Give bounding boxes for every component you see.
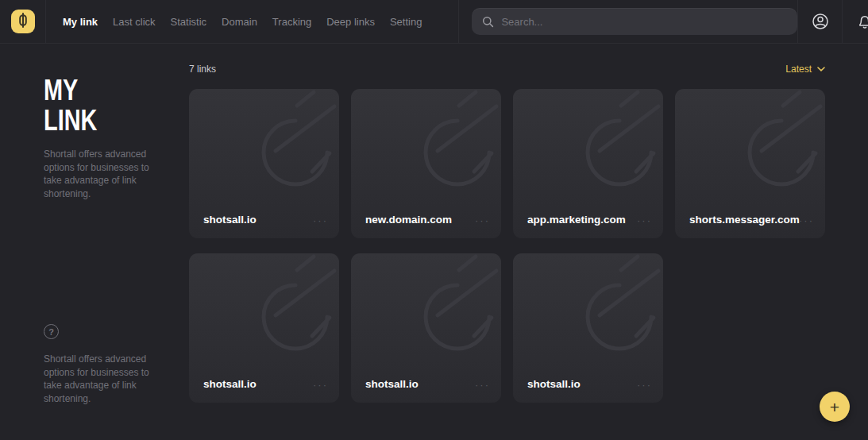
card-title: shorts.messager.com	[689, 214, 800, 226]
search-bar	[472, 8, 797, 35]
more-options-icon[interactable]: ···	[313, 379, 328, 391]
link-card[interactable]: shorts.messager.com ···	[675, 89, 825, 238]
link-card[interactable]: shotsall.io ···	[189, 89, 339, 238]
more-options-icon[interactable]: ···	[637, 214, 652, 226]
topbar-actions	[797, 0, 868, 43]
content: 7 links Latest	[189, 44, 868, 440]
link-watermark-icon	[351, 89, 501, 207]
more-options-icon[interactable]: ···	[313, 214, 328, 226]
topbar: My linkLast clickStatisticDomainTracking…	[0, 0, 868, 44]
links-grid: shotsall.io ··· new.domain.com ···	[189, 89, 825, 403]
add-link-button[interactable]: +	[820, 392, 850, 422]
card-title: shotsall.io	[203, 378, 257, 390]
account-circle-icon	[811, 12, 830, 31]
more-options-icon[interactable]: ···	[637, 379, 652, 391]
sidebar-help-description: Shortall offers advanced options for bus…	[44, 353, 153, 405]
page-title: MY LINK	[44, 75, 133, 136]
link-icon	[17, 13, 29, 31]
more-options-icon[interactable]: ···	[799, 214, 814, 226]
sidebar: MY LINK Shortall offers advanced options…	[0, 44, 189, 440]
card-title: app.marketing.com	[527, 214, 626, 226]
links-count: 7 links	[189, 64, 216, 75]
nav-item[interactable]: My link	[63, 16, 98, 28]
sidebar-description: Shortall offers advanced options for bus…	[44, 148, 153, 200]
link-watermark-icon	[513, 89, 663, 207]
search-input[interactable]	[501, 16, 787, 28]
more-options-icon[interactable]: ···	[475, 379, 490, 391]
topbar-divider	[45, 0, 46, 43]
nav-item[interactable]: Statistic	[171, 16, 207, 28]
link-watermark-icon	[189, 89, 339, 207]
account-button[interactable]	[798, 0, 842, 43]
app-logo[interactable]	[11, 10, 35, 33]
link-watermark-icon	[351, 253, 501, 372]
sort-label: Latest	[785, 64, 812, 75]
card-title: new.domain.com	[365, 214, 452, 226]
notifications-button[interactable]	[843, 0, 868, 43]
nav-item[interactable]: Last click	[113, 16, 155, 28]
sort-dropdown[interactable]: Latest	[785, 64, 825, 75]
link-card[interactable]: shotsall.io ···	[513, 253, 663, 403]
card-title: shotsall.io	[527, 378, 581, 390]
nav-item[interactable]: Tracking	[272, 16, 311, 28]
link-card[interactable]: app.marketing.com ···	[513, 89, 663, 238]
link-card[interactable]: shotsall.io ···	[351, 253, 501, 403]
page-title-line1: MY	[44, 75, 133, 106]
main-nav: My linkLast clickStatisticDomainTracking…	[63, 16, 422, 28]
bell-icon	[855, 12, 868, 31]
chevron-down-icon	[817, 67, 825, 71]
link-card[interactable]: new.domain.com ···	[351, 89, 501, 238]
card-title: shotsall.io	[203, 214, 257, 226]
link-watermark-icon	[675, 89, 825, 207]
content-header: 7 links Latest	[189, 62, 825, 76]
topbar-divider	[458, 0, 459, 43]
nav-item[interactable]: Setting	[390, 16, 422, 28]
card-title: shotsall.io	[365, 378, 419, 390]
help-icon[interactable]: ?	[44, 324, 59, 339]
nav-item[interactable]: Domain	[222, 16, 257, 28]
link-card[interactable]: shotsall.io ···	[189, 253, 339, 403]
main-area: MY LINK Shortall offers advanced options…	[0, 44, 868, 440]
page-title-line2: LINK	[44, 106, 133, 136]
link-watermark-icon	[513, 253, 663, 372]
more-options-icon[interactable]: ···	[475, 214, 490, 226]
nav-item[interactable]: Deep links	[326, 16, 375, 28]
search-icon	[482, 16, 494, 28]
link-watermark-icon	[189, 253, 339, 372]
